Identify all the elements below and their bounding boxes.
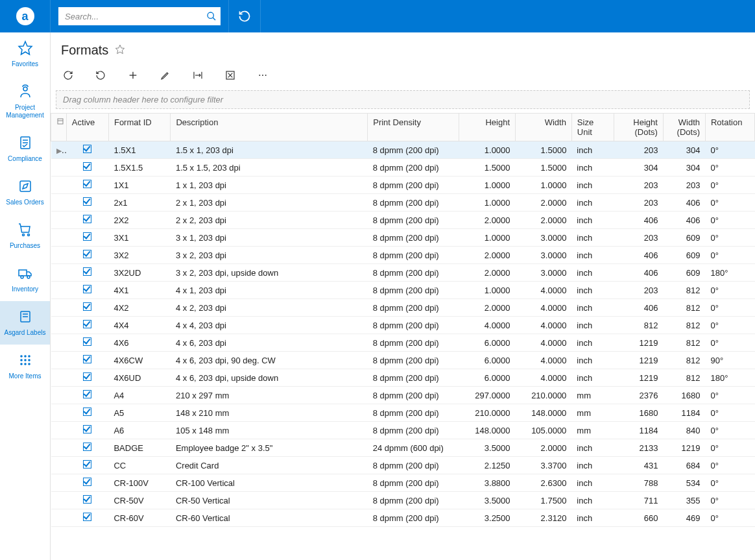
- sidebar-item-favorites[interactable]: Favorites: [0, 32, 50, 76]
- sidebar-item-project-management[interactable]: Project Management: [0, 76, 50, 127]
- table-row[interactable]: BADGEEmployee badge 2" x 3.5"24 dpmm (60…: [51, 439, 755, 457]
- cell-active[interactable]: [66, 212, 108, 229]
- cell-active[interactable]: [66, 457, 108, 474]
- sidebar-item-purchases[interactable]: Purchases: [0, 214, 50, 258]
- svg-point-8: [22, 234, 24, 236]
- table-row[interactable]: 4X6UD4 x 6, 203 dpi, upside down8 dpmm (…: [51, 369, 755, 387]
- cell-active[interactable]: [66, 264, 108, 282]
- table-row[interactable]: 2X22 x 2, 203 dpi8 dpmm (200 dpi)2.00002…: [51, 212, 755, 229]
- table-row[interactable]: CR-50VCR-50 Vertical8 dpmm (200 dpi)3.50…: [51, 492, 755, 509]
- column-header[interactable]: Print Density: [368, 114, 459, 141]
- cell-active[interactable]: [66, 299, 108, 317]
- column-header[interactable]: Rotation: [705, 114, 754, 141]
- sidebar-item-compliance[interactable]: Compliance: [0, 127, 50, 171]
- fit-columns-button[interactable]: [191, 68, 205, 82]
- cell-size-unit: inch: [571, 229, 614, 247]
- table-row[interactable]: 3X23 x 2, 203 dpi8 dpmm (200 dpi)2.00003…: [51, 247, 755, 264]
- checkbox-icon: [83, 267, 91, 276]
- column-header[interactable]: Width (Dots): [663, 114, 705, 141]
- cell-active[interactable]: [66, 194, 108, 212]
- cell-active[interactable]: [66, 387, 108, 404]
- row-indicator: [51, 492, 67, 509]
- cell-active[interactable]: [66, 334, 108, 352]
- cell-height-dots: 660: [614, 509, 663, 527]
- favorite-star-icon[interactable]: [115, 44, 125, 56]
- table-row[interactable]: A4210 x 297 mm8 dpmm (200 dpi)297.000021…: [51, 387, 755, 404]
- filter-drop-zone[interactable]: Drag column header here to configure fil…: [56, 90, 750, 109]
- cell-height: 1.0000: [459, 177, 516, 194]
- cell-active[interactable]: [66, 247, 108, 264]
- table-row[interactable]: CCCredit Card8 dpmm (200 dpi)2.12503.370…: [51, 457, 755, 474]
- table-row[interactable]: 4X24 x 2, 203 dpi8 dpmm (200 dpi)2.00004…: [51, 299, 755, 317]
- column-header[interactable]: Format ID: [108, 114, 170, 141]
- cell-rotation: 0°: [705, 457, 754, 474]
- cell-height-dots: 2133: [614, 439, 663, 457]
- undo-button[interactable]: [93, 68, 108, 82]
- svg-line-1: [213, 18, 215, 20]
- cell-print-density: 8 dpmm (200 dpi): [368, 282, 459, 299]
- cell-active[interactable]: [66, 352, 108, 369]
- cell-active[interactable]: [66, 317, 108, 334]
- column-header[interactable]: Height: [459, 114, 516, 141]
- table-row[interactable]: 3X13 x 1, 203 dpi8 dpmm (200 dpi)1.00003…: [51, 229, 755, 247]
- cell-active[interactable]: [66, 439, 108, 457]
- column-header[interactable]: Active: [66, 114, 108, 141]
- search-icon[interactable]: [205, 10, 218, 23]
- cell-active[interactable]: [66, 404, 108, 422]
- cell-description: 4 x 6, 203 dpi: [171, 334, 368, 352]
- table-row[interactable]: 4X6CW4 x 6, 203 dpi, 90 deg. CW8 dpmm (2…: [51, 352, 755, 369]
- export-button[interactable]: [223, 68, 237, 82]
- cell-active[interactable]: [66, 282, 108, 299]
- column-header[interactable]: [51, 114, 67, 141]
- table-row[interactable]: 2x12 x 1, 203 dpi8 dpmm (200 dpi)1.00002…: [51, 194, 755, 212]
- cell-size-unit: inch: [571, 492, 614, 509]
- cell-active[interactable]: [66, 229, 108, 247]
- add-button[interactable]: [126, 68, 140, 82]
- table-row[interactable]: A6105 x 148 mm8 dpmm (200 dpi)148.000010…: [51, 422, 755, 439]
- column-header[interactable]: Height (Dots): [614, 114, 663, 141]
- table-row[interactable]: A5148 x 210 mm8 dpmm (200 dpi)210.000014…: [51, 404, 755, 422]
- svg-point-24: [28, 363, 30, 365]
- table-row[interactable]: CR-60VCR-60 Vertical8 dpmm (200 dpi)3.25…: [51, 509, 755, 527]
- cell-print-density: 8 dpmm (200 dpi): [368, 422, 459, 439]
- cell-active[interactable]: [66, 141, 108, 159]
- table-row[interactable]: 3X2UD3 x 2, 203 dpi, upside down8 dpmm (…: [51, 264, 755, 282]
- sidebar-item-sales-orders[interactable]: Sales Orders: [0, 171, 50, 214]
- checkbox-icon: [83, 180, 91, 188]
- sidebar-item-asgard-labels[interactable]: Asgard Labels: [0, 301, 50, 345]
- table-row[interactable]: ▶1.5X11.5 x 1, 203 dpi8 dpmm (200 dpi)1.…: [51, 141, 755, 159]
- app-logo[interactable]: a: [0, 0, 51, 32]
- more-button[interactable]: [256, 68, 270, 82]
- cell-active[interactable]: [66, 422, 108, 439]
- sidebar-item-inventory[interactable]: Inventory: [0, 258, 50, 301]
- row-indicator: [51, 194, 67, 212]
- reload-button[interactable]: [61, 68, 75, 82]
- topbar: a: [0, 0, 755, 32]
- edit-button[interactable]: [158, 68, 173, 82]
- cell-active[interactable]: [66, 509, 108, 527]
- cell-active[interactable]: [66, 369, 108, 387]
- table-row[interactable]: 1.5X1.51.5 x 1.5, 203 dpi8 dpmm (200 dpi…: [51, 159, 755, 177]
- cell-active[interactable]: [66, 159, 108, 177]
- sidebar-item-more-items[interactable]: More Items: [0, 345, 50, 388]
- cell-size-unit: inch: [571, 212, 614, 229]
- table-row[interactable]: CR-100VCR-100 Vertical8 dpmm (200 dpi)3.…: [51, 474, 755, 492]
- column-header[interactable]: Description: [171, 114, 368, 141]
- svg-rect-7: [20, 181, 30, 191]
- column-header[interactable]: Size Unit: [571, 114, 614, 141]
- table-row[interactable]: 4X44 x 4, 203 dpi8 dpmm (200 dpi)4.00004…: [51, 317, 755, 334]
- column-header[interactable]: Width: [516, 114, 572, 141]
- cell-active[interactable]: [66, 474, 108, 492]
- table-row[interactable]: 1X11 x 1, 203 dpi8 dpmm (200 dpi)1.00001…: [51, 177, 755, 194]
- cell-height: 1.0000: [459, 194, 516, 212]
- cell-height-dots: 1219: [614, 369, 663, 387]
- cell-width: 2.6300: [516, 474, 572, 492]
- refresh-button[interactable]: [228, 0, 261, 32]
- cell-width: 4.0000: [516, 334, 572, 352]
- table-row[interactable]: 4X64 x 6, 203 dpi8 dpmm (200 dpi)6.00004…: [51, 334, 755, 352]
- cell-active[interactable]: [66, 177, 108, 194]
- search-input[interactable]: [58, 7, 221, 25]
- column-menu-icon: [56, 117, 64, 125]
- table-row[interactable]: 4X14 x 1, 203 dpi8 dpmm (200 dpi)1.00004…: [51, 282, 755, 299]
- cell-active[interactable]: [66, 492, 108, 509]
